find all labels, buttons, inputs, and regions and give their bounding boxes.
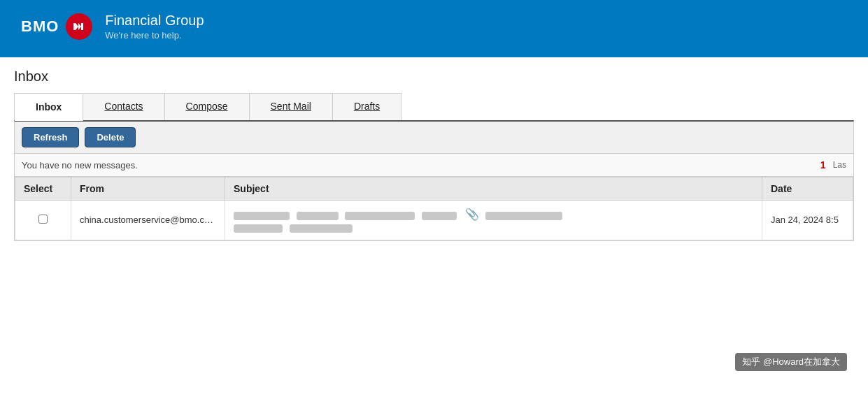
table-row: china.customerservice@bmo.c… 📎: [15, 201, 853, 240]
subject-blur-6: [234, 224, 283, 233]
tab-contacts[interactable]: Contacts: [83, 94, 164, 120]
svg-marker-2: [78, 23, 81, 30]
message-count: 1: [820, 159, 826, 171]
subject-blur-4: [422, 212, 457, 220]
col-header-from: From: [71, 177, 225, 201]
subject-blur-5: [485, 212, 562, 220]
last-check-label: Las: [833, 160, 846, 170]
tab-bar: Inbox Contacts Compose Sent Mail Drafts: [14, 93, 401, 120]
email-from-cell: china.customerservice@bmo.c…: [71, 201, 225, 240]
email-date-cell: Jan 24, 2024 8:5: [762, 201, 853, 240]
tab-drafts[interactable]: Drafts: [333, 94, 401, 120]
site-header: BMO Financial Group We're here to help.: [0, 0, 868, 53]
page-title: Inbox: [14, 68, 854, 85]
message-bar: You have no new messages. 1 Las: [14, 154, 854, 177]
table-header-row: Select From Subject Date: [15, 177, 853, 201]
svg-rect-3: [81, 23, 83, 30]
bmo-roundel-icon: [66, 13, 92, 40]
delete-button[interactable]: Delete: [85, 127, 136, 147]
tab-compose[interactable]: Compose: [165, 94, 250, 120]
tagline-text: We're here to help.: [105, 30, 204, 41]
logo-area: BMO Financial Group We're here to help.: [21, 13, 204, 41]
email-checkbox[interactable]: [38, 215, 48, 224]
tab-inbox[interactable]: Inbox: [15, 94, 83, 121]
main-content: Inbox Inbox Contacts Compose Sent Mail D…: [0, 57, 868, 241]
email-subject-cell: 📎: [225, 201, 762, 240]
col-header-date: Date: [762, 177, 853, 201]
refresh-button[interactable]: Refresh: [22, 127, 79, 147]
col-header-select: Select: [15, 177, 71, 201]
header-title-group: Financial Group We're here to help.: [105, 13, 204, 41]
subject-blur-3: [345, 212, 415, 220]
subject-blur-7: [290, 224, 353, 233]
email-select-cell[interactable]: [15, 201, 71, 240]
no-messages-text: You have no new messages.: [22, 160, 138, 171]
svg-rect-0: [73, 23, 76, 30]
attachment-icon: 📎: [465, 208, 479, 220]
bmo-wordmark: BMO: [21, 17, 59, 36]
email-table-wrapper: Select From Subject Date china.customers…: [14, 177, 854, 241]
email-table: Select From Subject Date china.customers…: [15, 177, 853, 240]
financial-group-label: Financial Group: [105, 13, 204, 29]
tab-sent-mail[interactable]: Sent Mail: [250, 94, 333, 120]
subject-blur-2: [297, 212, 339, 220]
svg-marker-1: [76, 23, 78, 30]
col-header-subject: Subject: [225, 177, 762, 201]
subject-blur-1: [234, 212, 290, 220]
toolbar: Refresh Delete: [14, 120, 854, 154]
